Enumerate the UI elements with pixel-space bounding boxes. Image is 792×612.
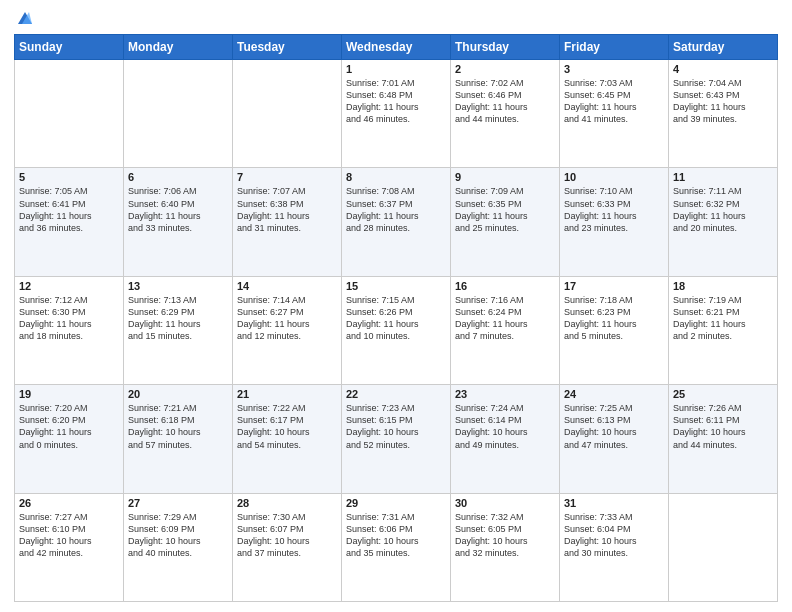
calendar-table: SundayMondayTuesdayWednesdayThursdayFrid… xyxy=(14,34,778,602)
day-info: Sunrise: 7:02 AM Sunset: 6:46 PM Dayligh… xyxy=(455,77,555,126)
calendar-cell: 3Sunrise: 7:03 AM Sunset: 6:45 PM Daylig… xyxy=(560,60,669,168)
day-info: Sunrise: 7:01 AM Sunset: 6:48 PM Dayligh… xyxy=(346,77,446,126)
day-info: Sunrise: 7:12 AM Sunset: 6:30 PM Dayligh… xyxy=(19,294,119,343)
day-number: 19 xyxy=(19,388,119,400)
calendar-cell: 15Sunrise: 7:15 AM Sunset: 6:26 PM Dayli… xyxy=(342,276,451,384)
day-number: 7 xyxy=(237,171,337,183)
calendar-cell: 4Sunrise: 7:04 AM Sunset: 6:43 PM Daylig… xyxy=(669,60,778,168)
calendar-cell: 8Sunrise: 7:08 AM Sunset: 6:37 PM Daylig… xyxy=(342,168,451,276)
day-info: Sunrise: 7:15 AM Sunset: 6:26 PM Dayligh… xyxy=(346,294,446,343)
day-info: Sunrise: 7:19 AM Sunset: 6:21 PM Dayligh… xyxy=(673,294,773,343)
day-number: 10 xyxy=(564,171,664,183)
calendar-week-row: 1Sunrise: 7:01 AM Sunset: 6:48 PM Daylig… xyxy=(15,60,778,168)
calendar-cell: 27Sunrise: 7:29 AM Sunset: 6:09 PM Dayli… xyxy=(124,493,233,601)
day-number: 29 xyxy=(346,497,446,509)
day-info: Sunrise: 7:25 AM Sunset: 6:13 PM Dayligh… xyxy=(564,402,664,451)
day-info: Sunrise: 7:08 AM Sunset: 6:37 PM Dayligh… xyxy=(346,185,446,234)
day-info: Sunrise: 7:04 AM Sunset: 6:43 PM Dayligh… xyxy=(673,77,773,126)
calendar-cell: 20Sunrise: 7:21 AM Sunset: 6:18 PM Dayli… xyxy=(124,385,233,493)
calendar-cell: 31Sunrise: 7:33 AM Sunset: 6:04 PM Dayli… xyxy=(560,493,669,601)
day-info: Sunrise: 7:06 AM Sunset: 6:40 PM Dayligh… xyxy=(128,185,228,234)
day-number: 9 xyxy=(455,171,555,183)
day-info: Sunrise: 7:03 AM Sunset: 6:45 PM Dayligh… xyxy=(564,77,664,126)
calendar-week-row: 12Sunrise: 7:12 AM Sunset: 6:30 PM Dayli… xyxy=(15,276,778,384)
day-number: 1 xyxy=(346,63,446,75)
calendar-weekday-header: Saturday xyxy=(669,35,778,60)
calendar-cell xyxy=(233,60,342,168)
day-info: Sunrise: 7:11 AM Sunset: 6:32 PM Dayligh… xyxy=(673,185,773,234)
day-info: Sunrise: 7:29 AM Sunset: 6:09 PM Dayligh… xyxy=(128,511,228,560)
day-number: 30 xyxy=(455,497,555,509)
day-number: 22 xyxy=(346,388,446,400)
header xyxy=(14,10,778,28)
day-number: 18 xyxy=(673,280,773,292)
calendar-week-row: 26Sunrise: 7:27 AM Sunset: 6:10 PM Dayli… xyxy=(15,493,778,601)
day-info: Sunrise: 7:14 AM Sunset: 6:27 PM Dayligh… xyxy=(237,294,337,343)
day-number: 2 xyxy=(455,63,555,75)
day-info: Sunrise: 7:09 AM Sunset: 6:35 PM Dayligh… xyxy=(455,185,555,234)
day-number: 27 xyxy=(128,497,228,509)
calendar-cell: 26Sunrise: 7:27 AM Sunset: 6:10 PM Dayli… xyxy=(15,493,124,601)
day-info: Sunrise: 7:27 AM Sunset: 6:10 PM Dayligh… xyxy=(19,511,119,560)
day-info: Sunrise: 7:13 AM Sunset: 6:29 PM Dayligh… xyxy=(128,294,228,343)
calendar-week-row: 5Sunrise: 7:05 AM Sunset: 6:41 PM Daylig… xyxy=(15,168,778,276)
calendar-weekday-header: Monday xyxy=(124,35,233,60)
day-number: 14 xyxy=(237,280,337,292)
page: SundayMondayTuesdayWednesdayThursdayFrid… xyxy=(0,0,792,612)
day-number: 31 xyxy=(564,497,664,509)
day-number: 16 xyxy=(455,280,555,292)
calendar-cell xyxy=(15,60,124,168)
day-info: Sunrise: 7:18 AM Sunset: 6:23 PM Dayligh… xyxy=(564,294,664,343)
calendar-cell: 17Sunrise: 7:18 AM Sunset: 6:23 PM Dayli… xyxy=(560,276,669,384)
calendar-week-row: 19Sunrise: 7:20 AM Sunset: 6:20 PM Dayli… xyxy=(15,385,778,493)
calendar-cell: 18Sunrise: 7:19 AM Sunset: 6:21 PM Dayli… xyxy=(669,276,778,384)
day-number: 11 xyxy=(673,171,773,183)
day-number: 6 xyxy=(128,171,228,183)
day-number: 28 xyxy=(237,497,337,509)
calendar-weekday-header: Tuesday xyxy=(233,35,342,60)
calendar-cell: 22Sunrise: 7:23 AM Sunset: 6:15 PM Dayli… xyxy=(342,385,451,493)
calendar-cell: 19Sunrise: 7:20 AM Sunset: 6:20 PM Dayli… xyxy=(15,385,124,493)
calendar-cell xyxy=(669,493,778,601)
calendar-cell: 12Sunrise: 7:12 AM Sunset: 6:30 PM Dayli… xyxy=(15,276,124,384)
day-info: Sunrise: 7:22 AM Sunset: 6:17 PM Dayligh… xyxy=(237,402,337,451)
calendar-weekday-header: Friday xyxy=(560,35,669,60)
calendar-cell: 5Sunrise: 7:05 AM Sunset: 6:41 PM Daylig… xyxy=(15,168,124,276)
calendar-cell: 9Sunrise: 7:09 AM Sunset: 6:35 PM Daylig… xyxy=(451,168,560,276)
day-number: 15 xyxy=(346,280,446,292)
day-number: 26 xyxy=(19,497,119,509)
day-number: 21 xyxy=(237,388,337,400)
day-info: Sunrise: 7:20 AM Sunset: 6:20 PM Dayligh… xyxy=(19,402,119,451)
day-number: 20 xyxy=(128,388,228,400)
calendar-cell: 6Sunrise: 7:06 AM Sunset: 6:40 PM Daylig… xyxy=(124,168,233,276)
calendar-cell xyxy=(124,60,233,168)
day-number: 25 xyxy=(673,388,773,400)
day-number: 12 xyxy=(19,280,119,292)
logo xyxy=(14,10,34,28)
calendar-cell: 29Sunrise: 7:31 AM Sunset: 6:06 PM Dayli… xyxy=(342,493,451,601)
day-info: Sunrise: 7:30 AM Sunset: 6:07 PM Dayligh… xyxy=(237,511,337,560)
day-number: 23 xyxy=(455,388,555,400)
calendar-cell: 11Sunrise: 7:11 AM Sunset: 6:32 PM Dayli… xyxy=(669,168,778,276)
day-number: 8 xyxy=(346,171,446,183)
day-info: Sunrise: 7:32 AM Sunset: 6:05 PM Dayligh… xyxy=(455,511,555,560)
day-info: Sunrise: 7:05 AM Sunset: 6:41 PM Dayligh… xyxy=(19,185,119,234)
day-number: 4 xyxy=(673,63,773,75)
calendar-weekday-header: Sunday xyxy=(15,35,124,60)
day-info: Sunrise: 7:33 AM Sunset: 6:04 PM Dayligh… xyxy=(564,511,664,560)
day-info: Sunrise: 7:10 AM Sunset: 6:33 PM Dayligh… xyxy=(564,185,664,234)
calendar-cell: 23Sunrise: 7:24 AM Sunset: 6:14 PM Dayli… xyxy=(451,385,560,493)
day-number: 3 xyxy=(564,63,664,75)
calendar-cell: 2Sunrise: 7:02 AM Sunset: 6:46 PM Daylig… xyxy=(451,60,560,168)
day-info: Sunrise: 7:16 AM Sunset: 6:24 PM Dayligh… xyxy=(455,294,555,343)
day-number: 5 xyxy=(19,171,119,183)
calendar-cell: 10Sunrise: 7:10 AM Sunset: 6:33 PM Dayli… xyxy=(560,168,669,276)
day-number: 17 xyxy=(564,280,664,292)
calendar-cell: 14Sunrise: 7:14 AM Sunset: 6:27 PM Dayli… xyxy=(233,276,342,384)
day-info: Sunrise: 7:21 AM Sunset: 6:18 PM Dayligh… xyxy=(128,402,228,451)
logo-icon xyxy=(16,10,34,28)
day-number: 13 xyxy=(128,280,228,292)
calendar-cell: 28Sunrise: 7:30 AM Sunset: 6:07 PM Dayli… xyxy=(233,493,342,601)
calendar-header-row: SundayMondayTuesdayWednesdayThursdayFrid… xyxy=(15,35,778,60)
day-info: Sunrise: 7:07 AM Sunset: 6:38 PM Dayligh… xyxy=(237,185,337,234)
